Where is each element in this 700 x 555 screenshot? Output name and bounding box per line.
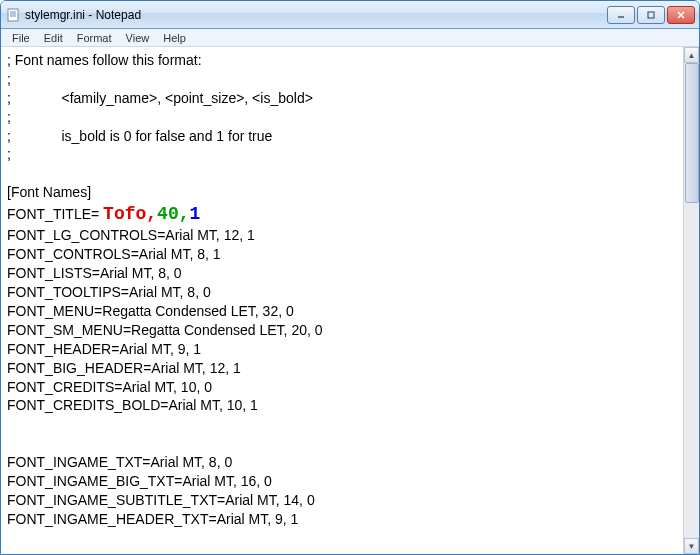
line: FONT_BIG_HEADER=Arial MT, 12, 1: [7, 360, 241, 376]
line: ; Font names follow this format:: [7, 52, 202, 68]
line: FONT_INGAME_HEADER_TXT=Arial MT, 9, 1: [7, 511, 298, 527]
menu-help[interactable]: Help: [156, 31, 193, 45]
line: FONT_INGAME_TXT=Arial MT, 8, 0: [7, 454, 232, 470]
highlight-bold: 1: [190, 204, 201, 224]
line: FONT_TOOLTIPS=Arial MT, 8, 0: [7, 284, 211, 300]
scroll-up-arrow[interactable]: ▲: [684, 47, 699, 63]
line: FONT_LG_CONTROLS=Arial MT, 12, 1: [7, 227, 255, 243]
line: FONT_TITLE=: [7, 206, 103, 222]
window-controls: [607, 6, 695, 24]
line: FONT_CONTROLS=Arial MT, 8, 1: [7, 246, 221, 262]
menubar: File Edit Format View Help: [1, 29, 699, 47]
line: ;: [7, 146, 11, 162]
line: FONT_HEADER=Arial MT, 9, 1: [7, 341, 201, 357]
highlight-family: Tofo,: [103, 204, 157, 224]
window-title: stylemgr.ini - Notepad: [25, 8, 607, 22]
menu-file[interactable]: File: [5, 31, 37, 45]
line: FONT_CREDITS_BOLD=Arial MT, 10, 1: [7, 397, 258, 413]
line: ;: [7, 109, 11, 125]
maximize-button[interactable]: [637, 6, 665, 24]
line: ; <family_name>, <point_size>, <is_bold>: [7, 90, 313, 106]
scroll-thumb[interactable]: [685, 63, 699, 203]
svg-rect-5: [648, 12, 654, 18]
line: [Font Names]: [7, 184, 91, 200]
line: FONT_INGAME_SUBTITLE_TXT=Arial MT, 14, 0: [7, 492, 315, 508]
line: FONT_CREDITS=Arial MT, 10, 0: [7, 379, 212, 395]
text-editor-area[interactable]: ; Font names follow this format: ; ; <fa…: [1, 47, 683, 554]
vertical-scrollbar[interactable]: ▲ ▼: [683, 47, 699, 554]
notepad-icon: [5, 7, 21, 23]
line: ; is_bold is 0 for false and 1 for true: [7, 128, 272, 144]
minimize-button[interactable]: [607, 6, 635, 24]
line: ;: [7, 71, 11, 87]
menu-view[interactable]: View: [119, 31, 157, 45]
line: FONT_SM_MENU=Regatta Condensed LET, 20, …: [7, 322, 323, 338]
line: FONT_LISTS=Arial MT, 8, 0: [7, 265, 182, 281]
scroll-down-arrow[interactable]: ▼: [684, 538, 699, 554]
line: FONT_INGAME_BIG_TXT=Arial MT, 16, 0: [7, 473, 272, 489]
highlight-size: 40,: [157, 204, 189, 224]
menu-edit[interactable]: Edit: [37, 31, 70, 45]
line: FONT_MENU=Regatta Condensed LET, 32, 0: [7, 303, 294, 319]
close-button[interactable]: [667, 6, 695, 24]
titlebar[interactable]: stylemgr.ini - Notepad: [1, 1, 699, 29]
menu-format[interactable]: Format: [70, 31, 119, 45]
svg-rect-0: [8, 9, 18, 21]
